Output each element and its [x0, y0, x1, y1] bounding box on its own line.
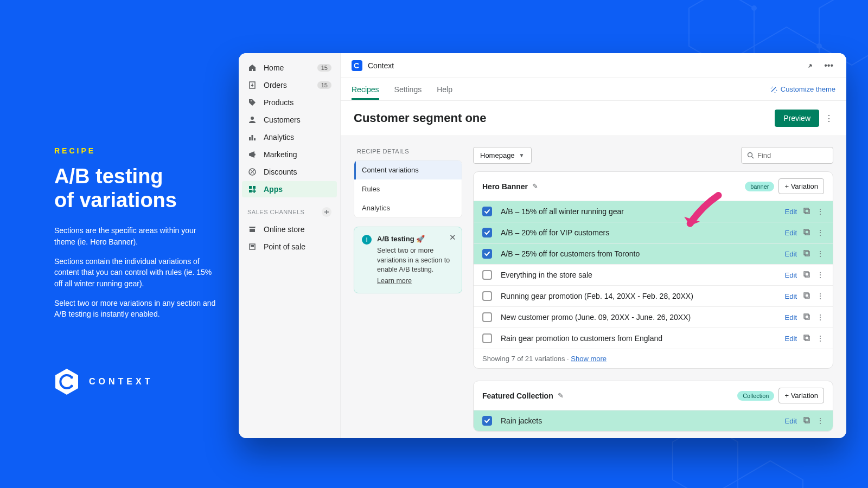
nav-customers[interactable]: Customers — [239, 112, 340, 128]
context-logo-icon — [54, 368, 79, 396]
edit-link[interactable]: Edit — [785, 208, 797, 216]
nav-discounts[interactable]: Discounts — [239, 164, 340, 180]
variation-row[interactable]: A/B – 15% off all winter running gearEdi… — [474, 201, 833, 222]
checkbox[interactable] — [482, 249, 492, 259]
edit-link[interactable]: Edit — [785, 417, 797, 425]
svg-point-3 — [71, 376, 73, 379]
tab-help[interactable]: Help — [437, 79, 452, 100]
nav-online-store[interactable]: Online store — [239, 221, 340, 237]
nav-products[interactable]: Products — [239, 94, 340, 111]
row-more-icon[interactable]: ⋮ — [816, 271, 824, 279]
brand-footer: CONTEXT — [54, 368, 153, 396]
variation-label: Running gear promotion (Feb. 14, 20XX - … — [501, 292, 785, 300]
subnav-content-variations[interactable]: Content variations — [354, 160, 462, 179]
edit-link[interactable]: Edit — [785, 271, 797, 279]
duplicate-icon[interactable] — [803, 292, 811, 300]
edit-title-icon[interactable]: ✎ — [558, 391, 564, 400]
row-more-icon[interactable]: ⋮ — [816, 207, 824, 216]
subnav-analytics[interactable]: Analytics — [354, 198, 462, 217]
variation-row[interactable]: A/B – 20% off for VIP customersEdit⋮ — [474, 222, 833, 243]
pos-icon — [247, 242, 257, 252]
show-more-link[interactable]: Show more — [571, 355, 607, 363]
add-variation-button[interactable]: + Variation — [778, 178, 824, 194]
row-more-icon[interactable]: ⋮ — [816, 228, 824, 237]
nav-orders[interactable]: Orders 15 — [239, 77, 340, 93]
learn-more-link[interactable]: Learn more — [377, 277, 412, 285]
nav-label: Customers — [264, 115, 301, 124]
page-selector[interactable]: Homepage ▼ — [473, 147, 532, 164]
checkbox[interactable] — [482, 228, 492, 237]
more-icon[interactable]: ••• — [822, 59, 835, 73]
checkbox[interactable] — [482, 416, 492, 426]
edit-link[interactable]: Edit — [785, 229, 797, 237]
pin-icon[interactable] — [805, 60, 816, 72]
add-channel-button[interactable] — [322, 207, 331, 217]
customize-theme-link[interactable]: Customize theme — [770, 85, 835, 93]
svg-point-4 — [71, 385, 73, 388]
variation-row[interactable]: Rain gear promotion to customers from En… — [474, 328, 833, 349]
variation-row[interactable]: A/B – 25% off for customers from Toronto… — [474, 243, 833, 264]
add-variation-button[interactable]: + Variation — [778, 388, 824, 403]
row-more-icon[interactable]: ⋮ — [816, 416, 824, 425]
tab-settings[interactable]: Settings — [394, 79, 422, 100]
nav-analytics[interactable]: Analytics — [239, 129, 340, 145]
edit-link[interactable]: Edit — [785, 250, 797, 258]
subnav-rules[interactable]: Rules — [354, 179, 462, 198]
megaphone-icon — [247, 150, 257, 159]
tab-recipes[interactable]: Recipes — [352, 79, 379, 100]
checkbox[interactable] — [482, 312, 492, 322]
nav-marketing[interactable]: Marketing — [239, 146, 340, 163]
row-more-icon[interactable]: ⋮ — [816, 249, 824, 258]
edit-link[interactable]: Edit — [785, 335, 797, 343]
nav-badge: 15 — [317, 64, 331, 72]
nav-label: Point of sale — [264, 242, 305, 251]
callout-body: Select two or more variations in a secti… — [377, 246, 454, 275]
duplicate-icon[interactable] — [803, 229, 811, 236]
nav-label: Online store — [264, 225, 304, 234]
row-more-icon[interactable]: ⋮ — [816, 292, 824, 300]
nav-home[interactable]: Home 15 — [239, 60, 340, 76]
edit-link[interactable]: Edit — [785, 292, 797, 300]
svg-rect-29 — [805, 336, 809, 341]
nav-apps[interactable]: Apps — [242, 181, 337, 197]
duplicate-icon[interactable] — [803, 250, 811, 258]
nav-label: Analytics — [264, 133, 294, 142]
edit-title-icon[interactable]: ✎ — [532, 182, 538, 190]
duplicate-icon[interactable] — [803, 208, 811, 215]
svg-rect-19 — [805, 230, 809, 235]
preview-button[interactable]: Preview — [775, 110, 819, 127]
bars-icon — [247, 132, 257, 142]
edit-link[interactable]: Edit — [785, 313, 797, 322]
page-more-icon[interactable]: ⋮ — [825, 113, 833, 124]
row-more-icon[interactable]: ⋮ — [816, 334, 824, 343]
close-icon[interactable]: ✕ — [449, 233, 456, 242]
home-icon — [247, 63, 257, 73]
tab-bar: Recipes Settings Help Customize theme — [341, 78, 846, 101]
search-box[interactable] — [741, 147, 833, 164]
variation-label: Rain jackets — [501, 416, 785, 425]
nav-pos[interactable]: Point of sale — [239, 239, 340, 255]
row-more-icon[interactable]: ⋮ — [816, 313, 824, 322]
app-logo-icon — [352, 60, 362, 71]
app-title: Context — [368, 61, 394, 70]
variation-row[interactable]: New customer promo (June. 09, 20XX - Jun… — [474, 306, 833, 328]
promo-paragraph-3: Select two or more variations in any sec… — [54, 298, 217, 320]
duplicate-icon[interactable] — [803, 271, 811, 279]
checkbox[interactable] — [482, 333, 492, 343]
duplicate-icon[interactable] — [803, 417, 811, 425]
section-footer: Showing 7 of 21 variations · Show more — [474, 349, 833, 368]
svg-rect-11 — [249, 190, 252, 192]
duplicate-icon[interactable] — [803, 335, 811, 342]
promo-title: A/B testing of variations — [54, 165, 217, 212]
duplicate-icon[interactable] — [803, 313, 811, 321]
nav-label: Orders — [264, 81, 287, 89]
variation-row[interactable]: Everything in the store saleEdit⋮ — [474, 264, 833, 285]
search-input[interactable] — [757, 151, 827, 159]
checkbox[interactable] — [482, 207, 492, 216]
variation-row[interactable]: Running gear promotion (Feb. 14, 20XX - … — [474, 285, 833, 306]
variation-label: New customer promo (June. 09, 20XX - Jun… — [501, 313, 785, 322]
variation-row[interactable]: Rain jacketsEdit⋮ — [474, 410, 833, 431]
checkbox[interactable] — [482, 270, 492, 280]
app-bar: Context ••• — [341, 53, 846, 78]
checkbox[interactable] — [482, 291, 492, 301]
